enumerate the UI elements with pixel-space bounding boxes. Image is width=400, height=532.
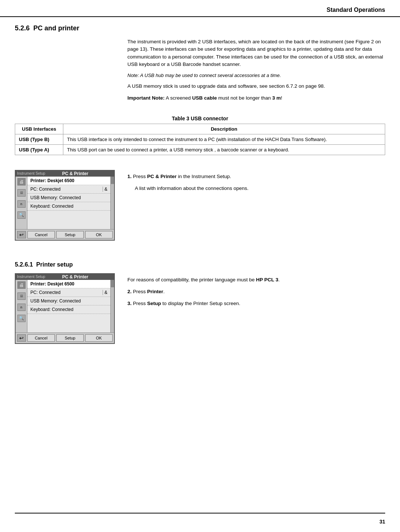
device-main-1: Printer: Deskjet 6500 PC: Connected& USB… <box>27 177 110 229</box>
device-mockup-1: Instrument Setup PC & Printer 🖨 🖥 n 🔍 <box>15 170 115 241</box>
device-row-usb-1[interactable]: USB Memory: Connected <box>27 194 110 202</box>
printer-steps: For reasons of compatibility, the printe… <box>127 273 385 344</box>
step-2: 2. Press Printer. <box>127 288 385 295</box>
intro-text: The instrument is provided with 2 USB in… <box>127 38 385 108</box>
ok-button-2[interactable]: OK <box>85 334 113 342</box>
device-body-1: 🖨 🖥 n 🔍 Printer: Deskjet 6500 PC: Connec… <box>16 177 114 229</box>
important-note: Important Note: A screened USB cable mus… <box>127 94 385 102</box>
intro-section: The instrument is provided with 2 USB in… <box>15 38 385 108</box>
device-header-left-2: Instrument Setup <box>17 275 45 279</box>
table-caption: Table 3 USB connector <box>15 116 385 121</box>
device-empty-area-2 <box>27 314 110 332</box>
cancel-button-2[interactable]: Cancel <box>27 334 55 342</box>
device-icon-search-2[interactable]: 🔍 <box>17 315 26 322</box>
device-row-usb-2[interactable]: USB Memory: Connected <box>27 297 110 305</box>
usb-table: USB Interfaces Description USB (Type B) … <box>15 124 385 155</box>
device-mockup-1-container: Instrument Setup PC & Printer 🖨 🖥 n 🔍 <box>15 170 119 241</box>
section-heading: 5.2.6 PC and printer <box>15 24 385 32</box>
device-row-keyboard-2[interactable]: Keyboard: Connected <box>27 305 110 314</box>
device-footer-1: ↩ Cancel Setup OK <box>16 229 114 240</box>
device-titlebar-1: Instrument Setup PC & Printer <box>16 171 114 177</box>
setup-button-1[interactable]: Setup <box>56 231 84 238</box>
device-icon-pc-2[interactable]: 🖥 <box>17 292 26 300</box>
back-button-2[interactable]: ↩ <box>17 334 26 342</box>
setup-button-2[interactable]: Setup <box>56 334 84 342</box>
table-row: USB (Type A) This USB port can be used t… <box>15 144 385 155</box>
device-section-2: Instrument Setup PC & Printer 🖨 🖥 n 🔍 Pr… <box>15 273 385 344</box>
table-cell-interface-1: USB (Type A) <box>15 144 63 155</box>
table-header-interface: USB Interfaces <box>15 124 63 134</box>
step-1: 1. Press PC & Printer in the Instrument … <box>127 173 385 180</box>
device-title-2: PC & Printer <box>45 274 105 280</box>
footer-line <box>15 513 385 513</box>
device-icon-usb[interactable]: n <box>17 200 26 208</box>
intro-para2: A USB memory stick is used to upgrade da… <box>127 83 385 90</box>
device-row-printer-1[interactable]: Printer: Deskjet 6500 <box>27 177 110 185</box>
steps-1: 1. Press PC & Printer in the Instrument … <box>127 170 385 241</box>
page-header: Standard Operations <box>0 0 400 17</box>
device-row-printer-2[interactable]: Printer: Deskjet 6500 <box>27 280 110 288</box>
device-row-pc-1[interactable]: PC: Connected& <box>27 185 110 194</box>
page-number: 31 <box>379 519 385 525</box>
device-sidebar-1: 🖨 🖥 n 🔍 <box>16 177 27 229</box>
device-section-1: Instrument Setup PC & Printer 🖨 🖥 n 🔍 <box>15 170 385 241</box>
device-row-keyboard-1[interactable]: Keyboard: Connected <box>27 202 110 211</box>
device-title-1: PC & Printer <box>45 171 105 176</box>
scrollbar-thumb-1 <box>111 177 114 184</box>
device-empty-area-1 <box>27 211 110 229</box>
device-main-2: Printer: Deskjet 6500 PC: Connected& USB… <box>27 280 110 332</box>
device-icon-search[interactable]: 🔍 <box>17 211 26 219</box>
device-scrollbar-2[interactable] <box>110 280 114 332</box>
table-cell-desc-0: This USB interface is only intended to c… <box>63 134 385 144</box>
device-footer-2: ↩ Cancel Setup OK <box>16 332 114 343</box>
step-3: 3. Press Setup to display the Printer Se… <box>127 300 385 307</box>
step-1-subtext: A list with information about the connec… <box>135 185 385 192</box>
device-body-2: 🖨 🖥 n 🔍 Printer: Deskjet 6500 PC: Connec… <box>16 280 114 332</box>
device-mockup-2: Instrument Setup PC & Printer 🖨 🖥 n 🔍 Pr… <box>15 273 115 344</box>
device-sidebar-2: 🖨 🖥 n 🔍 <box>16 280 27 332</box>
table-cell-desc-1: This USB port can be used to connect a p… <box>63 144 385 155</box>
device-header-left-1: Instrument Setup <box>17 171 45 175</box>
ok-button-1[interactable]: OK <box>85 231 113 238</box>
device-scrollbar-1[interactable] <box>110 177 114 229</box>
subsection-heading: 5.2.6.1 Printer setup <box>15 261 385 268</box>
table-cell-interface-0: USB (Type B) <box>15 134 63 144</box>
intro-para1: The instrument is provided with 2 USB in… <box>127 38 385 68</box>
cancel-button-1[interactable]: Cancel <box>27 231 55 238</box>
device-icon-pc[interactable]: 🖥 <box>17 189 26 197</box>
device-icon-printer-2[interactable]: 🖨 <box>17 281 26 289</box>
table-header-description: Description <box>63 124 385 134</box>
printer-intro: For reasons of compatibility, the printe… <box>127 276 385 284</box>
page-content: 5.2.6 PC and printer The instrument is p… <box>0 17 400 366</box>
header-title: Standard Operations <box>327 7 385 13</box>
device-titlebar-2: Instrument Setup PC & Printer <box>16 274 114 280</box>
device-row-pc-2[interactable]: PC: Connected& <box>27 288 110 297</box>
note-text: Note: A USB hub may be used to connect s… <box>127 73 385 78</box>
device-icon-usb-2[interactable]: n <box>17 304 26 311</box>
left-spacer <box>15 38 119 108</box>
scrollbar-thumb-2 <box>111 280 114 287</box>
table-row: USB (Type B) This USB interface is only … <box>15 134 385 144</box>
back-button-1[interactable]: ↩ <box>17 231 26 238</box>
device-mockup-2-container: Instrument Setup PC & Printer 🖨 🖥 n 🔍 Pr… <box>15 273 119 344</box>
device-icon-printer[interactable]: 🖨 <box>17 178 26 185</box>
